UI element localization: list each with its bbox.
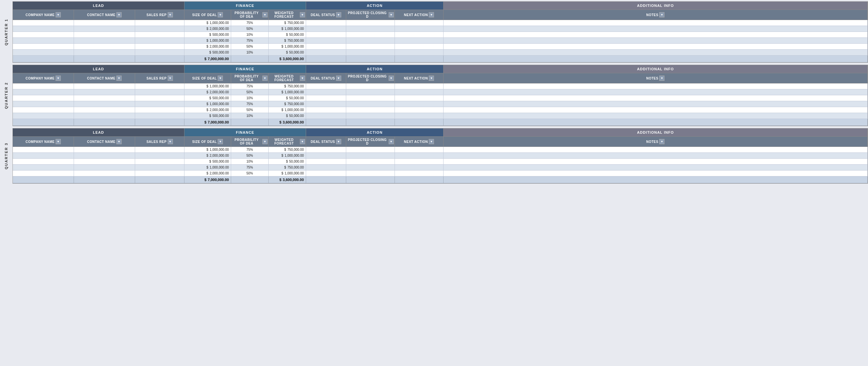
group-finance: FINANCE <box>184 2 306 10</box>
col-contact-header-dropdown[interactable]: ▼ <box>116 12 122 18</box>
table-cell <box>346 159 395 165</box>
table-cell: 10% <box>231 95 269 101</box>
total-row: $7,000,000.00$3,600,000.00 <box>13 176 868 183</box>
table-cell: 10% <box>231 49 269 56</box>
table-cell <box>13 32 74 38</box>
col-salesrep-header: SALES REP▼ <box>135 137 184 147</box>
table-row: $1,000,000.0075%$750,000.00 <box>13 84 868 89</box>
col-sizedeal-header: SIZE OF DEAL▼ <box>184 73 231 84</box>
col-weighted-header-dropdown[interactable]: ▼ <box>300 12 305 18</box>
table-cell <box>13 84 74 89</box>
table-cell-weighted: $50,000.00 <box>269 32 306 38</box>
col-sizedeal-header-dropdown[interactable]: ▼ <box>218 139 223 144</box>
col-nextaction-header-dropdown[interactable]: ▼ <box>429 75 434 81</box>
col-sizedeal-header-dropdown[interactable]: ▼ <box>218 75 223 81</box>
table-cell <box>443 107 868 113</box>
table-cell-sizedeal: $1,000,000.00 <box>184 147 231 153</box>
table-cell-weighted: $750,000.00 <box>269 101 306 107</box>
col-contact-header-dropdown[interactable]: ▼ <box>116 139 122 144</box>
col-nextaction-header-dropdown[interactable]: ▼ <box>429 139 434 144</box>
table-row: $2,000,000.0050%$1,000,000.00 <box>13 153 868 159</box>
table-cell <box>135 49 184 56</box>
col-notes-header-dropdown[interactable]: ▼ <box>659 75 664 81</box>
table-cell <box>74 95 135 101</box>
table-cell <box>135 20 184 26</box>
table-container-q1: LEADFINANCEACTIONADDITIONAL INFOCOMPANY … <box>12 1 868 63</box>
col-dealstatus-header: DEAL STATUS▼ <box>306 10 346 20</box>
table-row: $1,000,000.0075%$750,000.00 <box>13 101 868 107</box>
col-dealstatus-header-dropdown[interactable]: ▼ <box>336 75 341 81</box>
table-cell <box>135 165 184 170</box>
col-notes-header-dropdown[interactable]: ▼ <box>659 12 664 18</box>
col-probability-header-dropdown[interactable]: ▼ <box>262 75 268 81</box>
col-dealstatus-header-dropdown[interactable]: ▼ <box>336 12 341 18</box>
col-dealstatus-header: DEAL STATUS▼ <box>306 137 346 147</box>
table-cell <box>395 147 443 153</box>
total-cell <box>395 119 443 126</box>
group-header-row-q2: LEADFINANCEACTIONADDITIONAL INFO <box>13 65 868 73</box>
col-probability-header-dropdown[interactable]: ▼ <box>262 12 268 18</box>
total-cell <box>443 56 868 62</box>
total-cell <box>231 176 269 183</box>
col-projclosing-header-dropdown[interactable]: ▼ <box>389 75 394 81</box>
total-cell <box>395 56 443 62</box>
table-cell <box>306 84 346 89</box>
col-probability-header-dropdown[interactable]: ▼ <box>262 139 268 144</box>
table-cell <box>13 44 74 49</box>
table-row: $1,000,000.0075%$750,000.00 <box>13 165 868 170</box>
table-cell <box>74 38 135 44</box>
table-cell <box>395 26 443 32</box>
col-company-header-dropdown[interactable]: ▼ <box>56 12 61 18</box>
col-projclosing-header-dropdown[interactable]: ▼ <box>389 12 394 18</box>
total-cell-weighted: $3,600,000.00 <box>269 176 306 183</box>
table-cell <box>346 44 395 49</box>
total-cell <box>346 119 395 126</box>
table-cell-weighted: $750,000.00 <box>269 84 306 89</box>
col-weighted-header-dropdown[interactable]: ▼ <box>300 139 305 144</box>
quarter-section-q2: QUARTER 2LEADFINANCEACTIONADDITIONAL INF… <box>0 65 868 126</box>
col-sizedeal-header-dropdown[interactable]: ▼ <box>218 12 223 18</box>
col-salesrep-header-dropdown[interactable]: ▼ <box>168 139 173 144</box>
col-salesrep-header-dropdown[interactable]: ▼ <box>168 75 173 81</box>
table-row: $500,000.0010%$50,000.00 <box>13 95 868 101</box>
table-cell <box>395 44 443 49</box>
table-cell-sizedeal: $2,000,000.00 <box>184 44 231 49</box>
group-additional: ADDITIONAL INFO <box>443 129 868 137</box>
col-projclosing-header: PROJECTED CLOSING D▼ <box>346 73 395 84</box>
table-cell <box>13 113 74 119</box>
table-cell <box>395 165 443 170</box>
col-nextaction-header: NEXT ACTION▼ <box>395 73 443 84</box>
table-cell <box>346 26 395 32</box>
table-cell <box>74 20 135 26</box>
page-wrapper: QUARTER 1LEADFINANCEACTIONADDITIONAL INF… <box>0 0 868 366</box>
table-cell <box>346 89 395 95</box>
table-cell: 75% <box>231 20 269 26</box>
table-cell <box>306 26 346 32</box>
col-salesrep-header-dropdown[interactable]: ▼ <box>168 12 173 18</box>
col-projclosing-header-dropdown[interactable]: ▼ <box>389 139 394 144</box>
col-company-header-dropdown[interactable]: ▼ <box>56 75 61 81</box>
table-cell <box>135 159 184 165</box>
col-contact-header-dropdown[interactable]: ▼ <box>116 75 122 81</box>
col-company-header-dropdown[interactable]: ▼ <box>56 139 61 144</box>
col-nextaction-header-dropdown[interactable]: ▼ <box>429 12 434 18</box>
col-sizedeal-header: SIZE OF DEAL▼ <box>184 137 231 147</box>
table-cell: 75% <box>231 165 269 170</box>
quarter-label-col-q3: QUARTER 3 <box>0 128 12 184</box>
table-cell <box>443 44 868 49</box>
table-cell <box>306 170 346 176</box>
table-cell <box>395 49 443 56</box>
col-salesrep-header: SALES REP▼ <box>135 73 184 84</box>
table-cell <box>135 95 184 101</box>
table-cell <box>306 38 346 44</box>
total-cell-weighted: $3,600,000.00 <box>269 119 306 126</box>
table-cell <box>443 49 868 56</box>
table-cell <box>306 101 346 107</box>
col-notes-header: NOTES▼ <box>443 73 868 84</box>
col-notes-header-dropdown[interactable]: ▼ <box>659 139 664 144</box>
table-row: $2,000,000.0050%$1,000,000.00 <box>13 89 868 95</box>
col-dealstatus-header-dropdown[interactable]: ▼ <box>336 139 341 144</box>
col-weighted-header-dropdown[interactable]: ▼ <box>300 75 305 81</box>
table-cell-sizedeal: $1,000,000.00 <box>184 165 231 170</box>
table-cell <box>74 107 135 113</box>
